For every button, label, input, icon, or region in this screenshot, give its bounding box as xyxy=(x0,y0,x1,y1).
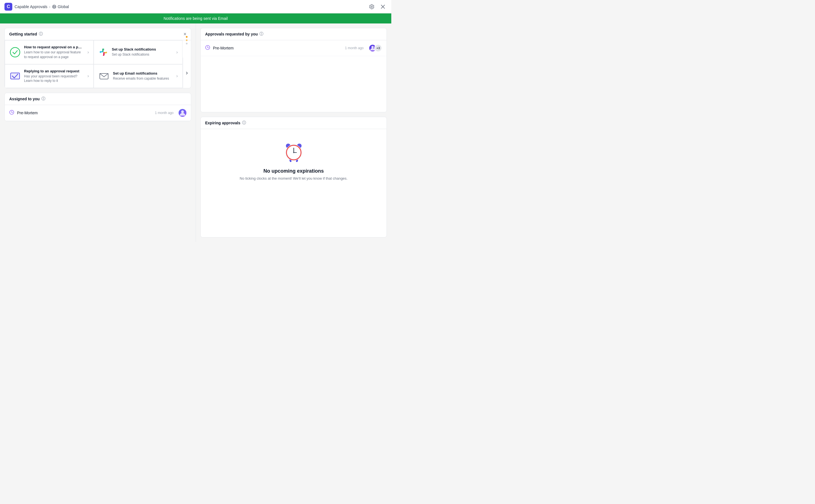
checkbox-icon xyxy=(9,70,21,82)
alarm-clock-illustration xyxy=(282,140,305,163)
carousel-next-button[interactable]: › xyxy=(185,67,189,79)
settings-button[interactable] xyxy=(368,3,375,11)
carousel-nav: › xyxy=(183,58,191,88)
gs-item-chevron-3: › xyxy=(87,73,89,79)
avatar-count: +3 xyxy=(374,44,382,52)
indicator-1 xyxy=(186,36,187,38)
approvals-avatar-stack: +3 xyxy=(368,44,382,52)
approvals-requested-header: Approvals requested by you ⓘ xyxy=(201,28,386,40)
approvals-item-premortem[interactable]: Pre-Mortem 1 month ago +3 xyxy=(201,40,386,56)
getting-started-grid: How to request approval on a p… Learn ho… xyxy=(5,40,191,88)
indicator-2 xyxy=(186,39,187,41)
close-window-button[interactable] xyxy=(379,3,387,11)
notification-banner: Notifications are being sent via Email xyxy=(0,13,391,23)
expiring-approvals-title: Expiring approvals ⓘ xyxy=(205,120,246,125)
assigned-item-premortem[interactable]: Pre-Mortem 1 month ago xyxy=(5,105,191,121)
svg-point-36 xyxy=(293,152,294,153)
expiring-approvals-section: Expiring approvals ⓘ xyxy=(200,117,387,237)
gs-item-chevron-1: › xyxy=(87,50,89,55)
right-panel: Approvals requested by you ⓘ Pre-Mortem … xyxy=(196,23,391,242)
main-content: Getting started ⓘ × xyxy=(0,23,391,242)
gs-item-request-approval[interactable]: How to request approval on a p… Learn ho… xyxy=(5,40,94,64)
expiring-empty-title: No upcoming expirations xyxy=(263,168,324,174)
expiring-approvals-header: Expiring approvals ⓘ xyxy=(201,117,386,129)
svg-point-26 xyxy=(371,46,374,48)
getting-started-help-icon[interactable]: ⓘ xyxy=(39,32,43,37)
expiring-help-icon[interactable]: ⓘ xyxy=(242,120,246,125)
left-panel: Getting started ⓘ × xyxy=(0,23,196,242)
gs-item-request-approval-text: How to request approval on a p… Learn ho… xyxy=(24,45,84,60)
assigned-to-you-title: Assigned to you ⓘ xyxy=(9,96,45,101)
svg-point-24 xyxy=(181,110,184,113)
assigned-to-you-section: Assigned to you ⓘ Pre-Mortem 1 month ago xyxy=(4,93,191,121)
getting-started-section: Getting started ⓘ × xyxy=(4,28,191,88)
assigned-to-you-header: Assigned to you ⓘ xyxy=(5,93,191,105)
gs-item-chevron-4: › xyxy=(176,73,178,79)
clock-icon xyxy=(9,110,14,116)
approvals-requested-title: Approvals requested by you ⓘ xyxy=(205,32,263,37)
getting-started-header: Getting started ⓘ × xyxy=(5,28,191,40)
breadcrumb-separator: › xyxy=(49,4,51,9)
gs-item-chevron-2: › xyxy=(176,50,178,55)
svg-point-17 xyxy=(103,49,104,50)
title-bar-right xyxy=(368,3,387,11)
slack-icon xyxy=(98,47,108,57)
assigned-help-icon[interactable]: ⓘ xyxy=(41,96,45,101)
breadcrumb-global: Global xyxy=(52,4,69,9)
app-logo: C xyxy=(4,3,12,11)
indicator-3 xyxy=(186,43,187,44)
svg-point-16 xyxy=(100,52,101,53)
getting-started-title: Getting started ⓘ xyxy=(9,32,43,37)
gs-item-email-text: Set up Email notifications Receive email… xyxy=(113,71,173,81)
svg-point-18 xyxy=(106,52,107,53)
gs-item-email[interactable]: Set up Email notifications Receive email… xyxy=(94,64,182,88)
svg-point-19 xyxy=(103,54,104,56)
gs-item-slack[interactable]: Set up Slack notifications Set up Slack … xyxy=(94,40,182,64)
email-icon xyxy=(98,70,110,82)
breadcrumb-app-name: Capable Approvals xyxy=(15,4,47,9)
check-circle-icon xyxy=(9,47,21,58)
assigned-avatar xyxy=(179,109,186,117)
expiring-empty-state: No upcoming expirations No ticking clock… xyxy=(201,129,386,192)
approvals-requested-help-icon[interactable]: ⓘ xyxy=(259,32,263,37)
breadcrumb: Capable Approvals › Global xyxy=(15,4,69,9)
breadcrumb-global-label: Global xyxy=(58,4,69,9)
gs-item-slack-text: Set up Slack notifications Set up Slack … xyxy=(112,47,173,57)
gs-item-reply-text: Replying to an approval request Has your… xyxy=(24,69,84,84)
getting-started-items: How to request approval on a p… Learn ho… xyxy=(5,40,182,88)
approvals-requested-section: Approvals requested by you ⓘ Pre-Mortem … xyxy=(200,28,387,112)
globe-icon xyxy=(52,4,56,9)
carousel-nav-area: › xyxy=(182,40,191,88)
close-window-icon xyxy=(380,4,386,9)
approvals-clock-icon xyxy=(205,45,210,51)
gs-item-reply[interactable]: Replying to an approval request Has your… xyxy=(5,64,94,88)
title-bar: C Capable Approvals › Global xyxy=(0,0,391,13)
approvals-empty-space xyxy=(201,56,386,112)
gear-icon xyxy=(369,4,374,9)
svg-point-7 xyxy=(10,47,20,57)
expiring-empty-desc: No ticking clocks at the moment! We'll l… xyxy=(240,176,348,180)
title-bar-left: C Capable Approvals › Global xyxy=(4,3,69,11)
